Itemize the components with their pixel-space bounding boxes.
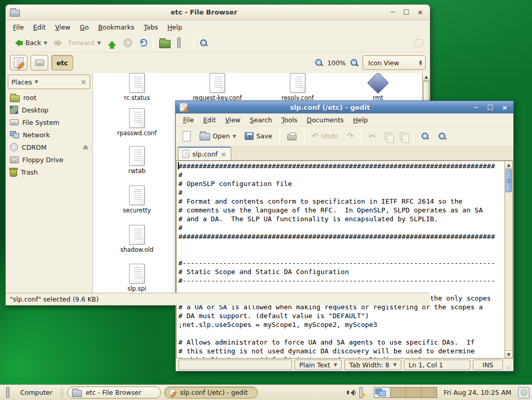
file-item[interactable]: resolv.conf [265, 73, 330, 102]
editor-content[interactable]: ########################################… [177, 161, 505, 358]
file-item[interactable]: rmt [346, 73, 410, 102]
places-header[interactable]: Places ▼ × [8, 75, 90, 89]
workspace-2[interactable] [390, 388, 405, 397]
sidebar-item-file-system[interactable]: File System [8, 116, 90, 128]
menu-tabs[interactable]: Tabs [139, 21, 162, 33]
tab-width-select[interactable]: Tab Width: 8 ▼ [344, 360, 401, 370]
menu-bookmarks[interactable]: Bookmarks [94, 21, 138, 33]
etc-path-button[interactable]: etc [51, 55, 73, 70]
sidebar-item-floppy[interactable]: Floppy Drive [8, 153, 90, 166]
gedit-window: slp.conf (/etc) - gedit ─ ☐ × File Edit … [175, 101, 514, 372]
minimize-button[interactable]: ─ [388, 8, 398, 16]
replace-button[interactable]: ✎ [436, 131, 449, 142]
chevron-down-icon[interactable]: ▼ [232, 134, 236, 139]
close-button[interactable]: × [415, 8, 426, 16]
language-select[interactable]: Plain Text ▼ [295, 360, 342, 370]
reload-button[interactable] [137, 37, 150, 48]
menu-tools[interactable]: Tools [277, 114, 302, 126]
menu-help[interactable]: Help [349, 114, 372, 126]
chevron-down-icon: ▼ [35, 79, 38, 84]
workspace-1[interactable] [374, 388, 390, 397]
close-sidebar-icon[interactable]: × [80, 78, 87, 86]
minimize-button[interactable]: ─ [472, 104, 481, 111]
location-bar: etc − 100% + Icon View ▲▼ [6, 52, 430, 73]
gedit-menubar: File Edit View Search Tools Documents He… [176, 113, 513, 126]
display-settings-tray-icon[interactable] [360, 389, 370, 397]
up-button[interactable] [105, 35, 119, 50]
zoom-out-icon[interactable]: − [315, 59, 323, 67]
copy-icon [385, 132, 391, 140]
open-button[interactable]: Open ▼ [197, 130, 239, 142]
computer-menu-button[interactable]: Computer [3, 388, 57, 397]
workspace-4[interactable] [421, 388, 437, 397]
paste-icon [400, 132, 406, 140]
menu-go[interactable]: Go [76, 21, 93, 33]
workspace-3[interactable] [405, 388, 421, 397]
menu-search[interactable]: Search [246, 114, 276, 126]
maximize-button[interactable]: ☐ [484, 104, 496, 111]
scroll-up-icon[interactable]: ▲ [505, 161, 512, 169]
new-document-button[interactable] [180, 130, 193, 143]
taskbar-window-gedit[interactable]: slp.conf (/etc) - gedit [164, 387, 258, 398]
tab-slp-conf[interactable]: slp.conf × [178, 147, 231, 160]
text-view[interactable]: ########################################… [177, 161, 505, 358]
sidebar-item-root[interactable]: root [8, 91, 90, 104]
menu-edit[interactable]: Edit [29, 21, 50, 33]
scroll-down-icon[interactable]: ▼ [505, 350, 512, 358]
sidebar-item-trash[interactable]: Trash [8, 166, 90, 178]
sidebar-item-desktop[interactable]: Desktop [8, 104, 90, 116]
panel-drag-handle[interactable] [60, 388, 64, 398]
file-item[interactable]: securetty [105, 185, 169, 214]
maximize-button[interactable]: ☐ [400, 8, 412, 16]
resize-grip[interactable] [507, 366, 511, 370]
chevron-down-icon: ▼ [97, 40, 101, 46]
menu-edit[interactable]: Edit [199, 114, 220, 126]
gedit-titlebar[interactable]: slp.conf (/etc) - gedit ─ ☐ × [176, 101, 513, 113]
file-item[interactable]: rc.status [105, 73, 169, 102]
menu-help[interactable]: Help [163, 21, 187, 33]
chevron-down-icon[interactable]: ▼ [44, 40, 47, 46]
workspace-switcher[interactable] [374, 387, 437, 398]
menu-documents[interactable]: Documents [303, 114, 348, 126]
scroll-up-icon[interactable]: ▲ [423, 73, 430, 81]
sidebar-item-network[interactable]: Network [8, 128, 90, 141]
search-button[interactable] [197, 37, 211, 49]
redo-icon: ↷ [347, 132, 354, 140]
home-folder-icon [159, 40, 171, 48]
close-button[interactable]: × [499, 104, 510, 111]
root-path-button[interactable] [31, 55, 48, 70]
file-item[interactable]: slp.spi [105, 264, 169, 292]
file-item[interactable]: request-key.conf [185, 73, 249, 102]
save-button[interactable]: Save [242, 131, 275, 141]
menu-view[interactable]: View [51, 21, 75, 33]
file-browser-titlebar[interactable]: etc - File Browser ─ ☐ × [6, 5, 430, 20]
file-item[interactable]: shadow.old [105, 225, 169, 253]
file-item[interactable]: rwtab [105, 146, 169, 175]
clock[interactable]: Fri Aug 24, 10:25 AM [441, 389, 514, 396]
scrollbar[interactable]: ▲ ▼ [505, 161, 512, 358]
menu-file[interactable]: File [179, 114, 198, 126]
close-tab-icon[interactable]: × [221, 150, 227, 158]
edit-location-button[interactable] [10, 55, 27, 70]
editor-area[interactable]: ########################################… [176, 161, 513, 359]
show-desktop-button[interactable] [518, 387, 529, 398]
forward-button[interactable]: Forward ▼ [52, 37, 103, 48]
find-button[interactable] [418, 131, 432, 142]
up-icon [108, 37, 116, 49]
insert-mode-indicator[interactable]: INS [473, 360, 503, 370]
menu-view[interactable]: View [221, 114, 245, 126]
menu-file[interactable]: File [9, 21, 28, 33]
home-folder-icon [10, 95, 20, 102]
back-button[interactable]: Back ▼ [9, 37, 50, 48]
computer-button[interactable] [175, 37, 190, 48]
view-mode-select[interactable]: Icon View ▲▼ [362, 55, 426, 70]
scrollbar-thumb[interactable] [506, 169, 512, 192]
zoom-in-icon[interactable]: + [350, 59, 358, 67]
gedit-title: slp.conf (/etc) - gedit [191, 104, 469, 111]
taskbar-window-file-browser[interactable]: etc - File Browser [67, 387, 161, 398]
home-button[interactable] [157, 36, 173, 50]
volume-icon[interactable]: ) [347, 390, 356, 396]
file-item[interactable]: rpasswd.conf [105, 108, 169, 137]
sidebar-item-cdrom[interactable]: CDROM [8, 141, 90, 153]
eject-icon[interactable] [83, 145, 88, 149]
